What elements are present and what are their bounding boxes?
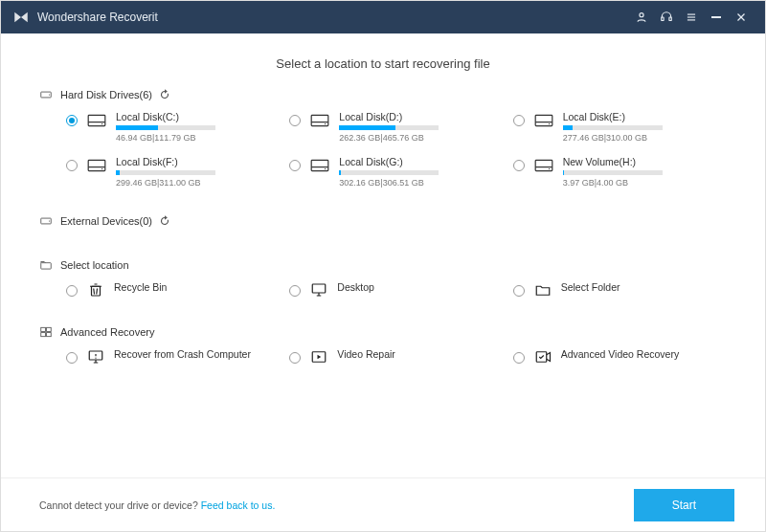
disk-icon <box>534 113 553 128</box>
section-location-label: Select location <box>60 259 129 271</box>
radio[interactable] <box>66 115 78 126</box>
app-window: Wondershare Recoverit Select a location … <box>0 0 766 532</box>
svg-rect-2 <box>669 17 671 21</box>
drive-item[interactable]: Local Disk(F:) 299.46 GB|311.00 GB <box>66 156 280 188</box>
svg-rect-32 <box>313 284 327 293</box>
app-logo-icon <box>12 9 30 26</box>
footer-message: Cannot detect your drive or device? Feed… <box>39 499 275 511</box>
support-icon[interactable] <box>654 5 679 30</box>
radio[interactable] <box>66 160 78 171</box>
location-recycle-bin[interactable]: Recycle Bin <box>66 281 280 299</box>
disk-icon <box>87 113 106 128</box>
refresh-icon[interactable] <box>158 88 171 101</box>
radio[interactable] <box>66 352 78 364</box>
svg-rect-33 <box>41 327 46 331</box>
section-external-label: External Devices(0) <box>60 215 152 227</box>
radio[interactable] <box>289 352 301 364</box>
external-icon <box>39 214 53 228</box>
radio[interactable] <box>66 285 78 297</box>
radio[interactable] <box>513 160 525 171</box>
section-advanced: Advanced Recovery <box>39 325 727 339</box>
usage-bar <box>339 125 439 130</box>
app-title: Wondershare Recoverit <box>37 11 629 24</box>
page-heading: Select a location to start recovering fi… <box>39 56 727 71</box>
usage-bar <box>563 170 663 175</box>
disk-icon <box>310 113 329 128</box>
svg-rect-36 <box>47 333 52 337</box>
svg-point-0 <box>640 13 643 17</box>
disk-icon <box>310 158 329 173</box>
usage-bar <box>116 125 215 130</box>
drive-label: Local Disk(C:) <box>116 111 215 122</box>
radio[interactable] <box>289 115 301 126</box>
svg-rect-1 <box>662 17 664 21</box>
drive-item[interactable]: Local Disk(E:) 277.46 GB|310.00 GB <box>513 111 727 143</box>
disk-icon <box>534 158 553 173</box>
svg-point-18 <box>549 123 550 124</box>
drive-size: 46.94 GB|111.79 GB <box>116 133 215 143</box>
drive-size: 277.46 GB|310.00 GB <box>563 133 663 143</box>
titlebar: Wondershare Recoverit <box>1 1 765 33</box>
folder-icon <box>534 281 552 299</box>
video-recovery-icon <box>534 348 552 366</box>
feedback-link[interactable]: Feed back to us. <box>201 499 276 511</box>
usage-bar <box>563 125 663 130</box>
svg-point-29 <box>49 220 50 221</box>
refresh-icon[interactable] <box>158 214 171 228</box>
svg-rect-34 <box>47 327 52 331</box>
drive-item[interactable]: New Volume(H:) 3.97 GB|4.00 GB <box>513 156 727 188</box>
disk-icon <box>87 158 106 173</box>
svg-point-27 <box>549 168 550 169</box>
locations-grid: Recycle Bin Desktop Select Folder <box>66 281 727 299</box>
radio[interactable] <box>289 160 301 171</box>
drive-size: 302.16 GB|306.51 GB <box>339 178 439 188</box>
location-select-folder[interactable]: Select Folder <box>513 281 727 299</box>
recycle-bin-icon <box>87 281 104 299</box>
radio[interactable] <box>513 352 525 364</box>
close-button[interactable] <box>729 5 754 30</box>
hdd-icon <box>39 88 53 101</box>
svg-point-38 <box>95 358 96 359</box>
drive-item[interactable]: Local Disk(G:) 302.16 GB|306.51 GB <box>289 156 503 188</box>
location-desktop[interactable]: Desktop <box>289 281 503 299</box>
drive-size: 299.46 GB|311.00 GB <box>116 178 215 188</box>
svg-point-9 <box>49 94 50 95</box>
drives-grid: Local Disk(C:) 46.94 GB|111.79 GB Local … <box>66 111 727 188</box>
advanced-video-recovery[interactable]: Advanced Video Recovery <box>513 348 727 366</box>
content-area: Select a location to start recovering fi… <box>1 33 765 477</box>
advanced-label: Recover from Crash Computer <box>114 348 251 360</box>
drive-label: Local Disk(E:) <box>563 111 663 122</box>
drive-label: New Volume(H:) <box>563 156 663 167</box>
footer: Cannot detect your drive or device? Feed… <box>1 477 765 531</box>
menu-icon[interactable] <box>679 5 704 30</box>
advanced-label: Video Repair <box>337 348 395 360</box>
section-external: External Devices(0) <box>39 214 727 228</box>
advanced-label: Advanced Video Recovery <box>561 348 680 360</box>
svg-point-21 <box>101 168 102 169</box>
advanced-grid: Recover from Crash Computer Video Repair… <box>66 348 727 366</box>
desktop-icon <box>310 281 327 299</box>
crash-icon <box>87 348 104 366</box>
radio[interactable] <box>513 285 525 297</box>
folder-section-icon <box>39 258 53 272</box>
radio[interactable] <box>513 115 525 126</box>
minimize-button[interactable] <box>704 5 729 30</box>
drive-item[interactable]: Local Disk(C:) 46.94 GB|111.79 GB <box>66 111 280 143</box>
drive-size: 3.97 GB|4.00 GB <box>563 178 663 188</box>
radio[interactable] <box>289 285 301 297</box>
section-advanced-label: Advanced Recovery <box>60 326 154 338</box>
svg-point-12 <box>101 123 102 124</box>
advanced-crash-computer[interactable]: Recover from Crash Computer <box>66 348 280 366</box>
account-icon[interactable] <box>629 5 654 30</box>
advanced-video-repair[interactable]: Video Repair <box>289 348 503 366</box>
drive-label: Local Disk(D:) <box>339 111 439 122</box>
drive-size: 262.36 GB|465.76 GB <box>339 133 439 143</box>
start-button[interactable]: Start <box>634 489 734 521</box>
svg-rect-31 <box>92 286 101 296</box>
location-label: Recycle Bin <box>114 281 167 293</box>
section-hdd-label: Hard Disk Drives(6) <box>60 89 152 100</box>
svg-rect-30 <box>41 263 52 269</box>
drive-label: Local Disk(F:) <box>116 156 215 167</box>
drive-item[interactable]: Local Disk(D:) 262.36 GB|465.76 GB <box>289 111 503 143</box>
video-repair-icon <box>310 348 327 366</box>
